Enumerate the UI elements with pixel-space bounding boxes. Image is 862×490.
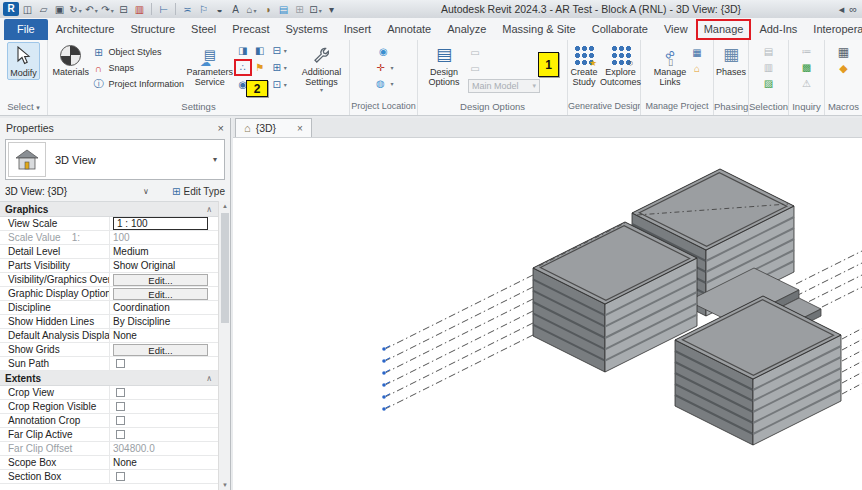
collapse-icon[interactable]: ◂ (839, 3, 845, 16)
design-options-button[interactable]: ▤ Design Options (420, 42, 468, 88)
create-study-button[interactable]: ★ Create Study (569, 42, 600, 88)
modify-button[interactable]: Modify (7, 42, 40, 80)
level-marker-icon[interactable] (382, 371, 386, 375)
property-value[interactable]: Edit... (110, 287, 218, 300)
level-line[interactable] (386, 311, 533, 385)
property-value[interactable]: None (110, 329, 218, 342)
level-line[interactable] (386, 287, 533, 361)
panel-label-phasing[interactable]: Phasing (714, 100, 748, 115)
edit-selection-icon[interactable]: ▨ (762, 77, 776, 90)
print-icon[interactable]: ⊟ (116, 2, 131, 17)
tab-structure[interactable]: Structure (122, 19, 183, 40)
level-marker-icon[interactable] (382, 359, 386, 363)
parameters-service-button[interactable]: ▤ ☁ Parameters Service (186, 42, 234, 88)
level-line[interactable] (842, 384, 862, 395)
open-icon[interactable]: ▱ (36, 2, 51, 17)
section-header-extents[interactable]: Extents∧ (0, 371, 218, 386)
search-icon[interactable]: ∞ (849, 3, 857, 15)
save-selection-icon[interactable]: ▤ (762, 45, 776, 58)
recent-documents-icon[interactable]: ◫ (20, 2, 35, 17)
level-marker-icon[interactable] (382, 347, 386, 351)
checkbox[interactable] (116, 416, 125, 425)
panel-label-macros[interactable]: Macros (825, 100, 862, 115)
close-icon[interactable]: × (218, 122, 224, 134)
edit-button[interactable]: Edit... (113, 274, 208, 286)
tab-view[interactable]: View (656, 19, 696, 40)
customize-qat-icon[interactable]: ▾ (324, 2, 339, 17)
property-value[interactable]: 304800.0 (110, 442, 218, 455)
property-value[interactable]: Medium (110, 245, 218, 258)
tab-insert[interactable]: Insert (336, 19, 380, 40)
level-marker-icon[interactable] (382, 395, 386, 399)
render-icon[interactable]: ◑ (260, 2, 275, 17)
view-tab-3d[interactable]: ⌂ {3D} × (235, 118, 312, 137)
shared-parameters-icon[interactable]: ∴ (236, 61, 250, 74)
property-value[interactable]: By Discipline (110, 315, 218, 328)
property-value[interactable] (110, 357, 218, 370)
redo-icon[interactable]: ↷▾ (100, 2, 115, 17)
position-button[interactable]: ◍ ▾ (373, 75, 393, 91)
level-line[interactable] (842, 373, 862, 384)
section-header-graphics[interactable]: Graphics∧ (0, 202, 218, 217)
additional-settings-button[interactable]: Additional Settings ▾ (296, 42, 347, 95)
close-document-icon[interactable]: ▥ (132, 2, 147, 17)
structural-settings-icon[interactable]: ⊞ (270, 61, 284, 74)
switch-windows-icon[interactable]: ⊡▾ (308, 2, 323, 17)
mep-settings-icon[interactable]: ⊡ (270, 78, 284, 91)
design-option-select[interactable]: Main Model ▾ (468, 79, 540, 93)
panel-label-selection[interactable]: Selection (749, 100, 788, 115)
transfer-project-standards-icon[interactable]: ◨ (236, 44, 250, 57)
save-icon[interactable]: ▣ (52, 2, 67, 17)
edit-type-button[interactable]: ⊞ Edit Type (172, 186, 225, 197)
checkbox[interactable] (116, 388, 125, 397)
text-icon[interactable]: A (228, 2, 243, 17)
properties-scrollbar[interactable]: ▲ ▼ (218, 201, 230, 490)
property-value[interactable]: 1 : 100 (110, 217, 218, 230)
starting-view-icon[interactable]: ⌂ (690, 62, 704, 75)
tab-manage[interactable]: Manage (696, 19, 752, 40)
collapse-icon[interactable]: ∧ (206, 205, 212, 214)
tab-collaborate[interactable]: Collaborate (584, 19, 656, 40)
purge-unused-icon[interactable]: ◧ (253, 44, 267, 57)
tab-add-ins[interactable]: Add-Ins (751, 19, 805, 40)
property-value[interactable]: Coordination (110, 301, 218, 314)
collapse-icon[interactable]: ∧ (206, 374, 212, 383)
undo-icon[interactable]: ↶▾ (84, 2, 99, 17)
checkbox[interactable] (116, 402, 125, 411)
select-by-id-icon[interactable]: ▩ (800, 61, 814, 74)
property-value[interactable] (110, 470, 218, 483)
ids-of-selection-icon[interactable]: ≔ (800, 45, 814, 58)
checkbox[interactable] (116, 430, 125, 439)
level-line[interactable] (842, 340, 862, 351)
measure-icon[interactable]: ⊢ (156, 2, 171, 17)
aligned-dimension-icon[interactable]: ≍ (180, 2, 195, 17)
tab-systems[interactable]: Systems (277, 19, 335, 40)
level-line[interactable] (386, 275, 533, 349)
chevron-down-icon[interactable]: ∨ (143, 187, 149, 196)
edit-button[interactable]: Edit... (113, 288, 208, 300)
load-selection-icon[interactable]: ▥ (762, 61, 776, 74)
panel-label-select[interactable]: Select ▾ (0, 100, 47, 115)
tag-icon[interactable]: ⚐ (196, 2, 211, 17)
panel-label-inquiry[interactable]: Inquiry (789, 100, 824, 115)
panel-label-manage-project[interactable]: Manage Project (641, 100, 713, 115)
object-styles-button[interactable]: ⊞ Object Styles (91, 44, 185, 60)
macro-manager-icon[interactable]: ▦ (837, 45, 851, 58)
panel-label-generative-design[interactable]: Generative Design (568, 100, 640, 115)
close-icon[interactable]: × (297, 123, 303, 134)
warnings-icon[interactable]: ⚠ (800, 77, 814, 90)
phases-button[interactable]: ▦ Phases (714, 42, 748, 78)
manage-images-icon[interactable]: ▦ (690, 46, 704, 59)
sync-with-central-icon[interactable]: ↻▾ (68, 2, 83, 17)
property-value[interactable]: Show Original (110, 259, 218, 272)
property-value[interactable]: 100 (110, 231, 218, 244)
property-value[interactable] (110, 414, 218, 427)
tab-precast[interactable]: Precast (224, 19, 277, 40)
close-inactive-views-icon[interactable]: ⊞ (292, 2, 307, 17)
explore-outcomes-button[interactable]: ○ Explore Outcomes (602, 42, 640, 88)
property-value[interactable] (110, 386, 218, 399)
edit-button[interactable]: Edit... (113, 344, 208, 356)
chevron-down-icon[interactable]: ▾ (213, 155, 224, 164)
panel-label-design-options[interactable]: Design Options (418, 100, 567, 115)
checkbox[interactable] (116, 359, 125, 368)
